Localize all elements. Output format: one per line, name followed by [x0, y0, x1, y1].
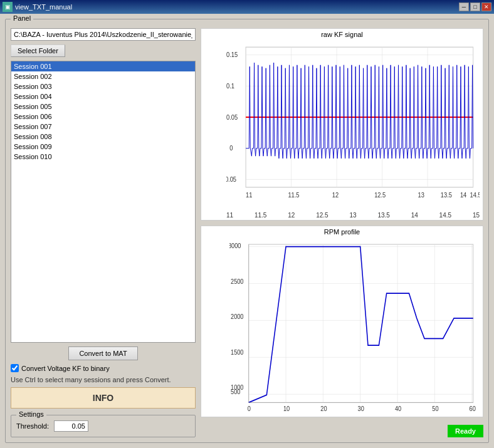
ready-badge: Ready: [448, 425, 483, 437]
svg-text:-0.05: -0.05: [226, 175, 236, 183]
rpm-chart: RPM profile 3000 2500 2000 1500 1000: [201, 226, 483, 418]
rpm-svg: 3000 2500 2000 1500 1000 RPM: [229, 241, 480, 414]
svg-text:13: 13: [418, 191, 425, 199]
session-item[interactable]: Session 002: [11, 71, 195, 81]
svg-text:10: 10: [283, 404, 290, 412]
svg-text:0: 0: [248, 404, 251, 412]
svg-text:50: 50: [432, 404, 439, 412]
maximize-button[interactable]: □: [470, 3, 480, 11]
x-label-135: 13.5: [377, 212, 389, 219]
x-label-13: 13: [349, 212, 356, 219]
session-item[interactable]: Session 001: [11, 61, 195, 71]
svg-text:2500: 2500: [231, 277, 244, 284]
session-item[interactable]: Session 009: [11, 142, 195, 152]
bottom-row: Ready: [201, 422, 483, 437]
svg-rect-26: [249, 244, 473, 402]
close-button[interactable]: ✕: [481, 3, 491, 11]
window-title: view_TXT_manual: [15, 3, 72, 11]
select-folder-button[interactable]: Select Folder: [11, 44, 65, 57]
info-button[interactable]: INFO: [11, 387, 196, 409]
svg-text:0.15: 0.15: [226, 51, 238, 59]
session-item[interactable]: Session 006: [11, 112, 195, 122]
svg-text:13.5: 13.5: [441, 191, 452, 199]
raw-kf-title: raw KF signal: [201, 29, 483, 40]
session-item[interactable]: Session 010: [11, 152, 195, 162]
window-controls[interactable]: ─ □ ✕: [459, 3, 491, 11]
svg-text:20: 20: [320, 404, 327, 412]
app-icon: ▣: [3, 2, 13, 12]
x-label-11: 11: [226, 212, 233, 219]
threshold-label: Threshold:: [16, 422, 49, 430]
panel-group: Panel Select Folder Session 001Session 0…: [5, 19, 489, 443]
svg-text:1500: 1500: [231, 348, 244, 355]
minimize-button[interactable]: ─: [459, 3, 469, 11]
svg-text:11.5: 11.5: [288, 191, 299, 199]
panel-legend: Panel: [11, 14, 33, 22]
svg-text:40: 40: [395, 404, 402, 412]
raw-kf-svg: 0.15 0.1 0.05 0 -0.05 [V]: [226, 43, 480, 199]
checkbox-label: Convert Voltage KF to binary: [21, 365, 110, 372]
session-item[interactable]: Session 005: [11, 102, 195, 112]
rpm-title: RPM profile: [201, 226, 483, 237]
svg-text:30: 30: [358, 404, 365, 412]
x-label-125: 12.5: [316, 212, 328, 219]
x-label-14: 14: [411, 212, 418, 219]
main-window: Panel Select Folder Session 001Session 0…: [0, 14, 494, 448]
svg-text:0.05: 0.05: [226, 113, 238, 121]
svg-text:14.5: 14.5: [470, 191, 480, 199]
settings-group: Settings Threshold:: [11, 415, 196, 437]
convert-button[interactable]: Convert to MAT: [68, 346, 137, 360]
session-list[interactable]: Session 001Session 002Session 003Session…: [11, 61, 196, 343]
convert-checkbox[interactable]: [11, 364, 19, 372]
hint-text: Use Ctrl to select many sessions and pre…: [11, 376, 196, 383]
session-item[interactable]: Session 007: [11, 122, 195, 132]
svg-text:0.1: 0.1: [226, 82, 234, 90]
settings-legend: Settings: [16, 410, 46, 418]
svg-text:12.5: 12.5: [374, 191, 386, 199]
svg-text:14: 14: [460, 191, 467, 199]
checkbox-row: Convert Voltage KF to binary: [11, 364, 196, 372]
path-input[interactable]: [11, 28, 196, 41]
x-label-15: 15: [473, 212, 480, 219]
session-item[interactable]: Session 008: [11, 132, 195, 142]
svg-text:3000: 3000: [229, 242, 241, 249]
raw-kf-chart: raw KF signal 0.15 0.1 0.05 0 -0.05 [V]: [201, 28, 483, 221]
svg-text:500: 500: [231, 388, 241, 395]
right-panel: raw KF signal 0.15 0.1 0.05 0 -0.05 [V]: [201, 28, 483, 437]
svg-text:12: 12: [332, 191, 339, 199]
session-item[interactable]: Session 004: [11, 91, 195, 102]
x-label-115: 11.5: [255, 212, 266, 219]
svg-text:2000: 2000: [231, 313, 244, 320]
title-bar: ▣ view_TXT_manual ─ □ ✕: [0, 0, 494, 14]
x-label-145: 14.5: [439, 212, 451, 219]
svg-text:60: 60: [470, 404, 476, 412]
threshold-input[interactable]: [54, 420, 88, 432]
session-item[interactable]: Session 003: [11, 81, 195, 91]
x-label-12: 12: [288, 212, 295, 219]
svg-text:11: 11: [246, 191, 253, 199]
left-panel: Select Folder Session 001Session 002Sess…: [11, 28, 196, 437]
svg-text:0: 0: [229, 145, 233, 152]
